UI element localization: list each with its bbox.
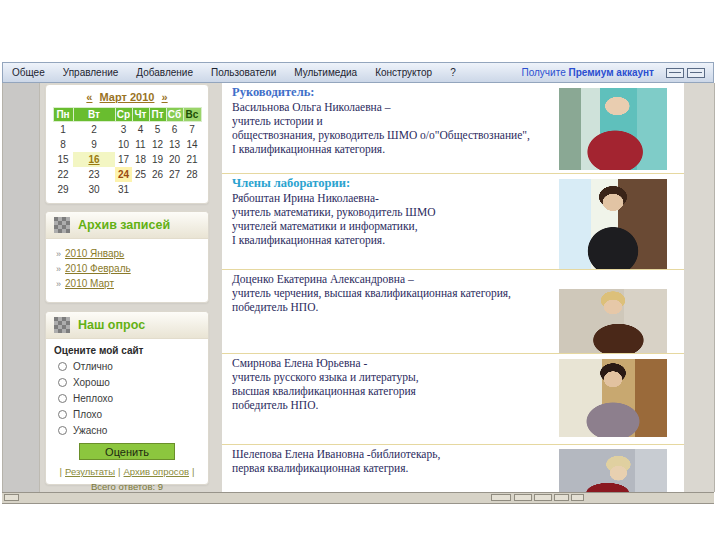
poll-option-label: Неплохо [73, 393, 113, 404]
poll-archive-link[interactable]: Архив опросов [124, 466, 189, 477]
poll-option-horosho[interactable]: Хорошо [58, 377, 196, 388]
calendar-day: 1 [53, 122, 73, 138]
staff-line: победитель НПО. [232, 398, 562, 412]
calendar-day [132, 182, 149, 197]
menu-polzovateli[interactable]: Пользователи [202, 67, 285, 78]
staff-text: Доценко Екатерина Александровна – учител… [232, 272, 562, 314]
menu-multimedia[interactable]: Мультимедиа [285, 67, 366, 78]
archive-item: »2010 Февраль [56, 263, 198, 274]
minimize-bar-icon[interactable] [666, 68, 684, 78]
calendar-day: 25 [132, 167, 149, 182]
calendar-day-16-link[interactable]: 16 [73, 152, 115, 167]
archive-link-march[interactable]: 2010 Март [65, 278, 114, 289]
left-gutter [3, 83, 40, 492]
archive-item: »2010 Январь [56, 248, 198, 259]
calendar-week-row: 1 2 3 4 5 6 7 [53, 122, 201, 138]
toolbar-window-controls [666, 68, 705, 78]
calendar-day: 18 [132, 152, 149, 167]
staff-line: Шелепова Елена Ивановна -библиотекарь, [232, 447, 562, 461]
calendar-day: 2 [73, 122, 115, 138]
menu-konstruktor[interactable]: Конструктор [366, 67, 441, 78]
calendar-widget: « Март 2010 » Пн Вт Ср Чт Пт Сб Вс 1 2 [45, 84, 209, 204]
poll-results-link[interactable]: Результаты [65, 466, 115, 477]
poll-option-label: Плохо [73, 409, 102, 420]
radio-button[interactable] [58, 362, 67, 371]
section-heading: Руководитель: [232, 85, 562, 99]
premium-account-link[interactable]: Получите Премиум аккаунт [522, 67, 655, 78]
calendar-day: 19 [149, 152, 166, 167]
calendar-day: 22 [53, 167, 73, 182]
calendar-day: 20 [166, 152, 183, 167]
calendar-prev-month-link[interactable]: « [86, 91, 92, 103]
calendar-day-24-today: 24 [115, 167, 132, 182]
radio-button[interactable] [58, 426, 67, 435]
scrollbar-segment [554, 494, 569, 501]
admin-toolbar: Общее Управление Добавление Пользователи… [2, 62, 714, 83]
bullet-icon: » [56, 279, 61, 289]
archive-link-february[interactable]: 2010 Февраль [65, 263, 131, 274]
calendar-day: 5 [149, 122, 166, 138]
radio-button[interactable] [58, 394, 67, 403]
calendar-day: 10 [115, 137, 132, 152]
poll-option-uzhasno[interactable]: Ужасно [58, 425, 196, 436]
radio-button[interactable] [58, 410, 67, 419]
poll-vote-button[interactable]: Оценить [79, 443, 175, 460]
premium-text: Получите [522, 67, 566, 78]
calendar-day: 7 [183, 122, 201, 138]
separator: | [192, 466, 194, 477]
calendar-week-row: 8 9 10 11 12 13 14 [53, 137, 201, 152]
staff-line: Доценко Екатерина Александровна – [232, 272, 562, 286]
menu-help[interactable]: ? [441, 67, 465, 78]
menu-dobavlenie[interactable]: Добавление [127, 67, 202, 78]
photo-teacher-in-red-sweater [559, 88, 667, 170]
calendar-week-row: 29 30 31 [53, 182, 201, 197]
staff-line: победитель НПО. [232, 300, 562, 314]
calendar-day: 26 [149, 167, 166, 182]
calendar-table: Пн Вт Ср Чт Пт Сб Вс 1 2 3 4 5 6 7 [53, 107, 202, 197]
photo-librarian [559, 449, 667, 493]
archive-header: Архив записей [46, 212, 208, 239]
poll-option-plokho[interactable]: Плохо [58, 409, 196, 420]
calendar-title: « Март 2010 » [46, 91, 208, 103]
staff-text: Руководитель: Васильнова Ольга Николаевн… [232, 85, 562, 156]
menu-upravlenie[interactable]: Управление [54, 67, 128, 78]
bullet-icon: » [56, 264, 61, 274]
photo-teacher-in-brown [559, 289, 667, 353]
calendar-day [149, 182, 166, 197]
calendar-month-link[interactable]: Март 2010 [100, 91, 155, 103]
poll-option-label: Хорошо [73, 377, 110, 388]
calendar-day: 14 [183, 137, 201, 152]
photo-teacher-in-floral-blouse [559, 359, 667, 437]
staff-line: первая квалификационная категрия. [232, 461, 562, 475]
calendar-day: 15 [53, 152, 73, 167]
weekday-sat: Сб [166, 108, 183, 122]
staff-section-smirnova: Смирнова Елена Юрьевна - учитель русског… [222, 353, 684, 444]
staff-line: обществознания, руководитель ШМО о/о"Общ… [232, 128, 562, 142]
calendar-day: 13 [166, 137, 183, 152]
staff-line: I квалификационная категория. [232, 142, 562, 156]
archive-widget: Архив записей »2010 Январь »2010 Февраль… [45, 211, 209, 303]
calendar-next-month-link[interactable]: » [162, 91, 168, 103]
calendar-day: 11 [132, 137, 149, 152]
poll-option-neplokho[interactable]: Неплохо [58, 393, 196, 404]
poll-option-label: Отлично [73, 361, 113, 372]
menu-obshchee[interactable]: Общее [3, 67, 54, 78]
poll-icon [54, 317, 70, 333]
calendar-day: 30 [73, 182, 115, 197]
calendar-day: 23 [73, 167, 115, 182]
premium-bold-text: Премиум аккаунт [568, 67, 654, 78]
calendar-day: 17 [115, 152, 132, 167]
bottom-scrollbar[interactable] [2, 492, 714, 504]
radio-button[interactable] [58, 378, 67, 387]
staff-line: Васильнова Ольга Николаевна – [232, 100, 562, 114]
calendar-day: 6 [166, 122, 183, 138]
restore-bar-icon[interactable] [687, 68, 705, 78]
weekday-tue: Вт [73, 108, 115, 122]
calendar-day: 27 [166, 167, 183, 182]
main-content: Руководитель: Васильнова Ольга Николаевн… [222, 83, 684, 492]
archive-link-january[interactable]: 2010 Январь [65, 248, 124, 259]
weekday-thu: Чт [132, 108, 149, 122]
poll-option-otlichno[interactable]: Отлично [58, 361, 196, 372]
poll-total-answers: Всего ответов: 9 [46, 481, 208, 492]
staff-text: Члены лаборатории: Рябоштан Ирина Никола… [232, 176, 562, 247]
